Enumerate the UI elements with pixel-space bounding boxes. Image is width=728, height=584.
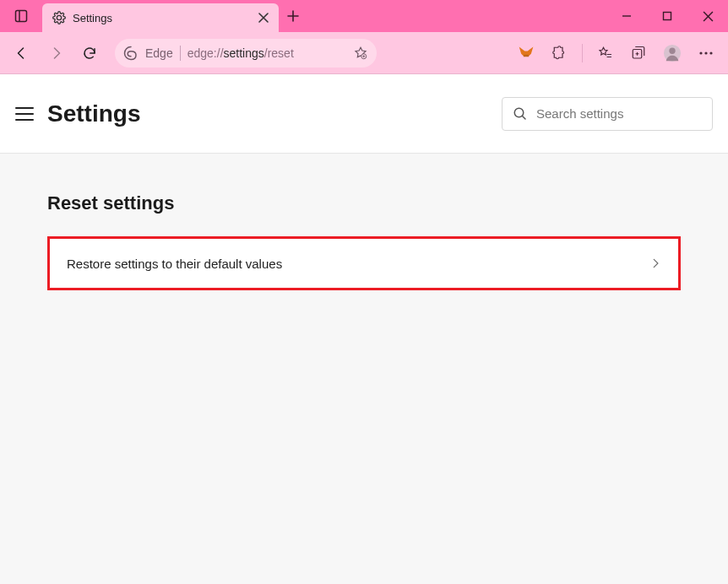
page-title: Settings <box>47 100 140 127</box>
svg-rect-2 <box>664 13 671 20</box>
new-tab-button[interactable] <box>279 0 307 32</box>
settings-content: Reset settings Restore settings to their… <box>0 154 728 329</box>
svg-point-9 <box>709 51 712 54</box>
restore-defaults-option[interactable]: Restore settings to their default values <box>47 236 681 290</box>
collections-button[interactable] <box>623 38 654 68</box>
refresh-button[interactable] <box>74 38 105 68</box>
close-icon <box>703 11 714 22</box>
svg-point-8 <box>704 51 707 54</box>
arrow-right-icon <box>48 46 63 61</box>
tab-actions-icon <box>14 9 28 23</box>
chevron-right-icon <box>649 257 661 269</box>
address-bar[interactable]: Edge edge://settings/reset <box>115 39 377 68</box>
star-plus-icon <box>353 46 368 61</box>
maximize-button[interactable] <box>647 0 687 32</box>
star-lines-icon <box>597 46 612 61</box>
search-icon <box>513 106 528 122</box>
site-permissions-button[interactable] <box>353 46 368 61</box>
plus-icon <box>286 9 300 23</box>
close-icon <box>258 13 269 23</box>
url-suffix: /reset <box>264 46 294 60</box>
menu-button[interactable] <box>691 38 721 68</box>
svg-rect-0 <box>16 11 27 22</box>
avatar-icon <box>663 44 682 62</box>
tab-title: Settings <box>73 12 252 24</box>
url-strong: settings <box>224 46 264 60</box>
fox-icon <box>518 45 535 62</box>
extension-metamask-button[interactable] <box>511 38 541 68</box>
titlebar: Settings <box>0 0 728 32</box>
address-brand: Edge <box>145 46 173 60</box>
svg-point-6 <box>669 47 675 53</box>
extensions-button[interactable] <box>545 38 575 68</box>
edge-logo-icon <box>123 46 139 61</box>
close-window-button[interactable] <box>687 0 728 32</box>
tab-actions-button[interactable] <box>0 0 42 32</box>
section-title: Reset settings <box>47 192 681 214</box>
search-settings-input[interactable] <box>536 106 702 121</box>
ellipsis-icon <box>698 51 714 56</box>
refresh-icon <box>82 46 97 61</box>
collections-icon <box>631 46 646 61</box>
window-controls <box>606 0 728 32</box>
maximize-icon <box>662 11 672 21</box>
page-header: Settings <box>0 74 728 154</box>
browser-tab[interactable]: Settings <box>42 3 279 32</box>
address-url: edge://settings/reset <box>187 46 294 60</box>
tab-close-button[interactable] <box>258 13 269 23</box>
back-button[interactable] <box>7 38 37 68</box>
toolbar-divider <box>582 44 583 62</box>
url-prefix: edge:// <box>187 46 224 60</box>
restore-defaults-label: Restore settings to their default values <box>67 257 282 271</box>
toolbar: Edge edge://settings/reset <box>0 32 728 74</box>
profile-button[interactable] <box>657 38 687 68</box>
svg-point-7 <box>699 51 702 54</box>
minimize-icon <box>622 11 632 21</box>
puzzle-icon <box>552 46 568 61</box>
arrow-left-icon <box>14 46 30 61</box>
settings-menu-button[interactable] <box>15 105 34 123</box>
minimize-button[interactable] <box>606 0 647 32</box>
address-separator <box>180 46 181 61</box>
forward-button[interactable] <box>41 38 71 68</box>
favorites-button[interactable] <box>589 38 620 68</box>
search-settings-box[interactable] <box>502 97 713 131</box>
gear-icon <box>52 11 66 24</box>
